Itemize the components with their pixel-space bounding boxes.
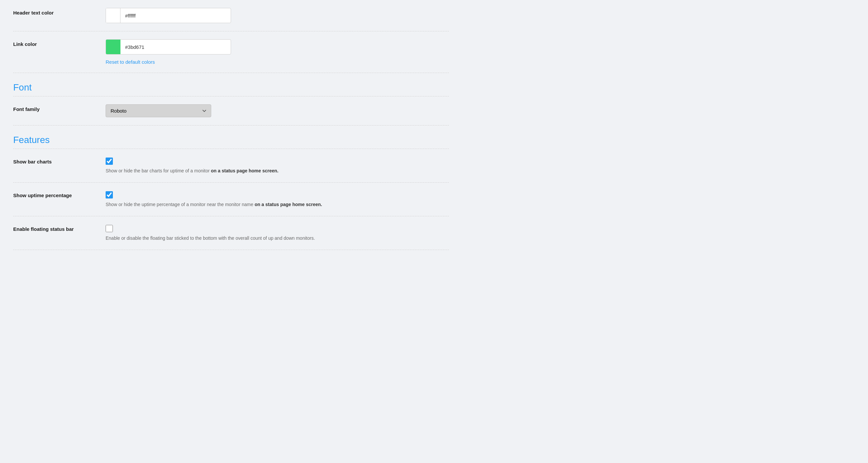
show-bar-charts-checkbox-wrapper (105, 157, 449, 165)
show-uptime-percentage-description: Show or hide the uptime percentage of a … (105, 201, 449, 208)
show-uptime-percentage-control: Show or hide the uptime percentage of a … (105, 191, 449, 208)
font-family-row: Font family Roboto Open Sans Lato Montse… (13, 96, 449, 125)
show-uptime-percentage-checkbox-wrapper (105, 191, 449, 199)
floating-status-bar-checkbox[interactable] (105, 225, 113, 232)
reset-colors-link[interactable]: Reset to default colors (105, 59, 449, 65)
floating-status-bar-label: Enable floating status bar (13, 224, 105, 232)
link-color-label: Link color (13, 39, 105, 47)
show-bar-charts-label: Show bar charts (13, 157, 105, 165)
show-bar-charts-control: Show or hide the bar charts for uptime o… (105, 157, 449, 174)
floating-status-bar-row: Enable floating status bar Enable or dis… (13, 216, 449, 250)
floating-status-bar-description: Enable or disable the floating bar stick… (105, 235, 449, 242)
link-color-input-wrapper (105, 39, 231, 55)
features-section-heading: Features (13, 125, 449, 149)
link-color-control: Reset to default colors (105, 39, 449, 65)
show-bar-charts-description: Show or hide the bar charts for uptime o… (105, 168, 449, 174)
header-text-color-label: Header text color (13, 8, 105, 16)
font-section-heading: Font (13, 73, 449, 96)
header-color-swatch[interactable] (106, 8, 121, 23)
link-color-text-input[interactable] (121, 41, 231, 53)
header-text-color-control (105, 8, 449, 23)
link-color-row: Link color Reset to default colors (13, 31, 449, 73)
show-uptime-percentage-row: Show uptime percentage Show or hide the … (13, 183, 449, 216)
header-text-color-row: Header text color (13, 0, 449, 31)
show-uptime-percentage-label: Show uptime percentage (13, 191, 105, 198)
show-bar-charts-checkbox[interactable] (105, 157, 113, 165)
show-uptime-percentage-checkbox[interactable] (105, 191, 113, 199)
header-color-input-wrapper (105, 8, 231, 23)
font-family-select[interactable]: Roboto Open Sans Lato Montserrat Arial (105, 104, 211, 117)
header-color-text-input[interactable] (121, 9, 231, 22)
font-family-control: Roboto Open Sans Lato Montserrat Arial (105, 104, 449, 117)
floating-status-bar-checkbox-wrapper (105, 224, 449, 232)
link-color-swatch[interactable] (106, 40, 121, 54)
font-family-label: Font family (13, 104, 105, 112)
show-bar-charts-row: Show bar charts Show or hide the bar cha… (13, 149, 449, 183)
floating-status-bar-control: Enable or disable the floating bar stick… (105, 224, 449, 242)
